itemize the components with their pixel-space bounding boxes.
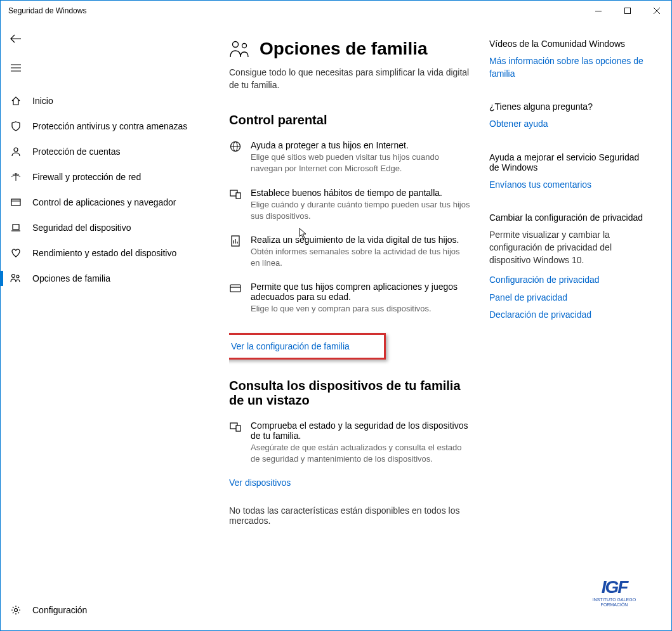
aside-help: ¿Tienes alguna pregunta? Obtener ayuda: [489, 101, 648, 131]
nav-label: Control de aplicaciones y navegador: [32, 197, 176, 207]
home-icon: [10, 94, 22, 107]
nav-item-settings[interactable]: Configuración: [1, 597, 229, 623]
app-icon: [10, 196, 22, 209]
view-devices-link[interactable]: Ver dispositivos: [229, 478, 470, 488]
hamburger-icon: [11, 64, 21, 72]
svg-rect-0: [595, 11, 602, 11]
maximize-icon: [624, 8, 631, 14]
maximize-button[interactable]: [613, 1, 642, 21]
feature-desc: Asegúrate de que están actualizados y co…: [251, 442, 470, 465]
devices-icon: [229, 188, 242, 200]
nav-item-health[interactable]: Rendimiento y estado del dispositivo: [1, 240, 229, 266]
nav-label: Protección antivirus y contra amenazas: [32, 121, 187, 131]
cursor-icon: [299, 228, 308, 239]
feature-screentime: Establece buenos hábitos de tiempo de pa…: [229, 188, 470, 222]
heart-icon: [10, 247, 22, 259]
nav-item-device[interactable]: Seguridad del dispositivo: [1, 215, 229, 240]
svg-point-5: [12, 275, 15, 278]
page-subtitle: Consigue todo lo que necesitas para simp…: [229, 67, 470, 91]
community-link[interactable]: Más información sobre las opciones de fa…: [489, 55, 648, 80]
devices-check-icon: [229, 420, 242, 433]
feature-desc: Elige qué sitios web pueden visitar tus …: [251, 152, 470, 174]
svg-rect-1: [625, 8, 631, 14]
feature-title: Comprueba el estado y la seguridad de lo…: [251, 420, 470, 441]
privacy-settings-link[interactable]: Configuración de privacidad: [489, 274, 648, 287]
page-title: Opciones de familia: [260, 39, 428, 59]
highlighted-family-link-box: Ver la configuración de familia: [229, 333, 386, 360]
feature-desc: Elige cuándo y durante cuánto tiempo pue…: [251, 199, 470, 222]
logo-badge: IGF INSTITUTO GALEGO FORMACIÓN: [576, 573, 652, 611]
globe-icon: [229, 140, 242, 153]
svg-point-9: [242, 44, 247, 48]
svg-rect-17: [236, 426, 240, 431]
main-column: Opciones de familia Consigue todo lo que…: [229, 39, 483, 630]
feature-purchase: Permite que tus hijos compren aplicacion…: [229, 282, 470, 315]
titlebar: Seguridad de Windows: [1, 1, 671, 21]
feature-device-health: Comprueba el estado y la seguridad de lo…: [229, 420, 470, 465]
svg-rect-13: [236, 193, 240, 198]
minimize-button[interactable]: [584, 1, 613, 21]
main-area: Opciones de familia Consigue todo lo que…: [229, 21, 671, 630]
aside-column: Vídeos de la Comunidad Windows Más infor…: [483, 39, 648, 630]
nav-label: Firewall y protección de red: [32, 172, 141, 182]
aside-improve: Ayuda a mejorar el servicio Seguridad de…: [489, 152, 648, 192]
svg-point-2: [14, 148, 18, 152]
close-icon: [654, 8, 660, 14]
nav-label: Opciones de familia: [32, 273, 110, 283]
svg-rect-15: [230, 285, 240, 292]
family-header-icon: [229, 40, 251, 58]
nav-item-home[interactable]: Inicio: [1, 88, 229, 114]
gear-icon: [10, 604, 22, 616]
feature-tracking: Realiza un seguimiento de la vida digita…: [229, 235, 470, 269]
report-icon: [229, 235, 242, 247]
feature-title: Realiza un seguimiento de la vida digita…: [251, 235, 470, 245]
svg-point-8: [233, 42, 239, 48]
nav-label: Seguridad del dispositivo: [32, 223, 131, 233]
nav-label: Protección de cuentas: [32, 146, 121, 157]
logo-sub2: FORMACIÓN: [601, 602, 628, 608]
nav-label: Inicio: [32, 96, 53, 106]
shield-icon: [10, 120, 22, 133]
laptop-icon: [10, 221, 22, 234]
arrow-left-icon: [10, 34, 22, 43]
feature-title: Establece buenos hábitos de tiempo de pa…: [251, 188, 470, 198]
nav-label: Configuración: [32, 605, 87, 615]
nav-item-firewall[interactable]: Firewall y protección de red: [1, 164, 229, 190]
section-devices-title: Consulta los dispositivos de tu familia …: [229, 379, 470, 408]
nav-list: Inicio Protección antivirus y contra ame…: [1, 88, 229, 597]
close-button[interactable]: [642, 1, 671, 21]
feedback-link[interactable]: Envíanos tus comentarios: [489, 179, 648, 192]
help-link[interactable]: Obtener ayuda: [489, 118, 648, 131]
nav-item-family[interactable]: Opciones de familia: [1, 266, 229, 291]
hamburger-button[interactable]: [1, 55, 31, 81]
feature-title: Ayuda a proteger a tus hijos en Internet…: [251, 140, 470, 150]
aside-community: Vídeos de la Comunidad Windows Más infor…: [489, 39, 648, 80]
aside-title: Vídeos de la Comunidad Windows: [489, 39, 648, 49]
family-settings-link[interactable]: Ver la configuración de familia: [231, 341, 350, 351]
logo-main: IGF: [602, 577, 628, 597]
aside-title: Ayuda a mejorar el servicio Seguridad de…: [489, 152, 648, 172]
section-parental-title: Control parental: [229, 113, 470, 127]
logo-sub1: INSTITUTO GALEGO: [593, 597, 636, 602]
privacy-panel-link[interactable]: Panel de privacidad: [489, 292, 648, 304]
aside-title: ¿Tienes alguna pregunta?: [489, 101, 648, 112]
sidebar: Inicio Protección antivirus y contra ame…: [1, 21, 229, 630]
feature-desc: Obtén informes semanales sobre la activi…: [251, 246, 470, 269]
svg-rect-4: [13, 224, 19, 230]
privacy-statement-link[interactable]: Declaración de privacidad: [489, 309, 648, 322]
nav-label: Rendimiento y estado del dispositivo: [32, 248, 176, 258]
nav-item-appbrowser[interactable]: Control de aplicaciones y navegador: [1, 190, 229, 215]
svg-rect-3: [11, 199, 20, 205]
nav-item-account[interactable]: Protección de cuentas: [1, 139, 229, 164]
feature-desc: Elige lo que ven y compran para sus disp…: [251, 303, 470, 315]
network-icon: [10, 171, 22, 183]
titlebar-buttons: [584, 1, 671, 21]
svg-point-6: [16, 275, 19, 278]
page-header: Opciones de familia: [229, 39, 470, 59]
minimize-icon: [595, 11, 602, 11]
back-button[interactable]: [1, 26, 31, 51]
feature-internet: Ayuda a proteger a tus hijos en Internet…: [229, 140, 470, 174]
nav-item-virus[interactable]: Protección antivirus y contra amenazas: [1, 114, 229, 139]
aside-privacy: Cambiar la configuración de privacidad P…: [489, 212, 648, 322]
person-icon: [10, 145, 22, 158]
